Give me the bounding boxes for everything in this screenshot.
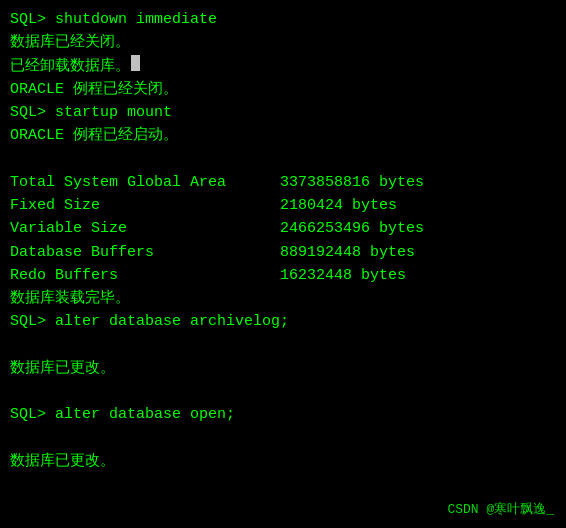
stat-value: 16232448 bytes [280, 264, 406, 287]
terminal: SQL> shutdown immediate数据库已经关闭。已经卸载数据库。O… [0, 0, 566, 528]
terminal-line: Database Buffers 889192448 bytes [10, 241, 556, 264]
terminal-line: 数据库已更改。 [10, 357, 556, 380]
terminal-line: Redo Buffers 16232448 bytes [10, 264, 556, 287]
terminal-line [10, 427, 556, 450]
terminal-line: Fixed Size 2180424 bytes [10, 194, 556, 217]
sql-prompt: SQL> [10, 310, 55, 333]
terminal-line [10, 148, 556, 171]
terminal-line: Variable Size 2466253496 bytes [10, 217, 556, 240]
stat-label: Redo Buffers [10, 264, 280, 287]
stat-label: Variable Size [10, 217, 280, 240]
cursor [131, 55, 140, 71]
terminal-line: Total System Global Area 3373858816 byte… [10, 171, 556, 194]
terminal-line: SQL> alter database open; [10, 403, 556, 426]
terminal-line: SQL> shutdown immediate [10, 8, 556, 31]
sql-prompt: SQL> [10, 403, 55, 426]
terminal-line: SQL> startup mount [10, 101, 556, 124]
terminal-line: ORACLE 例程已经启动。 [10, 124, 556, 147]
sql-command: startup mount [55, 101, 172, 124]
terminal-line: 数据库装载完毕。 [10, 287, 556, 310]
stat-value: 3373858816 bytes [280, 171, 424, 194]
stat-label: Total System Global Area [10, 171, 280, 194]
terminal-line: 数据库已经关闭。 [10, 31, 556, 54]
stat-value: 2180424 bytes [280, 194, 397, 217]
output-text: ORACLE 例程已经启动。 [10, 124, 178, 147]
watermark: CSDN @寒叶飘逸_ [447, 500, 554, 518]
stat-label: Fixed Size [10, 194, 280, 217]
terminal-line: ORACLE 例程已经关闭。 [10, 78, 556, 101]
output-text: ORACLE 例程已经关闭。 [10, 78, 178, 101]
stat-value: 2466253496 bytes [280, 217, 424, 240]
output-text: 已经卸载数据库。 [10, 55, 130, 78]
stat-value: 889192448 bytes [280, 241, 415, 264]
sql-command: alter database archivelog; [55, 310, 289, 333]
output-text: 数据库已更改。 [10, 357, 115, 380]
output-text: 数据库装载完毕。 [10, 287, 130, 310]
terminal-line: 数据库已更改。 [10, 450, 556, 473]
terminal-line [10, 334, 556, 357]
sql-command: shutdown immediate [55, 8, 217, 31]
sql-command: alter database open; [55, 403, 235, 426]
output-text: 数据库已经关闭。 [10, 31, 130, 54]
stat-label: Database Buffers [10, 241, 280, 264]
terminal-line: 已经卸载数据库。 [10, 55, 556, 78]
sql-prompt: SQL> [10, 101, 55, 124]
output-text: 数据库已更改。 [10, 450, 115, 473]
terminal-line [10, 380, 556, 403]
sql-prompt: SQL> [10, 8, 55, 31]
terminal-line: SQL> alter database archivelog; [10, 310, 556, 333]
